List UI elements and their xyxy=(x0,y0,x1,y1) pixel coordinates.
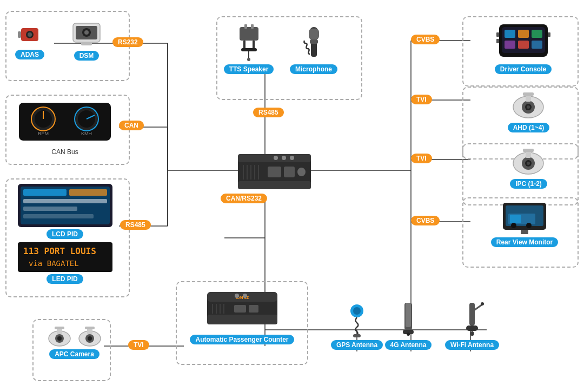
svg-rect-57 xyxy=(23,214,94,218)
svg-rect-63 xyxy=(253,41,255,49)
svg-rect-135 xyxy=(234,305,246,313)
svg-rect-97 xyxy=(548,32,550,37)
tts-speaker-icon xyxy=(231,24,267,62)
microphone-node: Microphone xyxy=(289,24,338,74)
svg-rect-67 xyxy=(244,24,247,29)
apc-cam1-icon xyxy=(47,324,72,347)
svg-rect-72 xyxy=(310,39,318,44)
apc-camera-node: APC Camera xyxy=(38,324,111,359)
driver-console-node: Driver Console xyxy=(470,22,576,74)
svg-rect-116 xyxy=(521,230,528,234)
ahd-node: AHD (1~4) xyxy=(487,91,570,132)
dvr-icon xyxy=(238,151,311,195)
svg-point-114 xyxy=(511,223,516,228)
led-pid-node: 113 PORT LOUIS via BAGATEL LED PID xyxy=(11,242,119,284)
cvbs-top-badge: CVBS xyxy=(411,34,440,44)
svg-rect-75 xyxy=(238,181,311,189)
ipc-label: IPC (1-2) xyxy=(510,179,547,189)
svg-point-148 xyxy=(481,302,484,305)
rear-monitor-label: Rear View Monitor xyxy=(491,237,558,247)
rear-monitor-icon xyxy=(500,200,549,235)
led-pid-label: LED PID xyxy=(47,274,83,284)
can-bus-icon: RPM KMH xyxy=(16,100,114,146)
svg-rect-121 xyxy=(55,327,64,329)
adas-label: ADAS xyxy=(15,50,44,59)
apc-unit-icon: Centz xyxy=(204,287,280,333)
svg-rect-54 xyxy=(69,189,107,196)
svg-text:113  PORT  LOUIS: 113 PORT LOUIS xyxy=(23,246,96,256)
ahd-label: AHD (1~4) xyxy=(508,123,550,132)
wifi-ant-label: Wi-Fi Antenna xyxy=(445,340,499,350)
svg-point-40 xyxy=(84,30,89,35)
tvi-top-badge: TVI xyxy=(411,94,432,104)
gps-ant-icon xyxy=(343,300,370,338)
svg-rect-96 xyxy=(496,39,499,43)
svg-rect-68 xyxy=(251,24,254,29)
svg-point-145 xyxy=(407,333,410,336)
svg-point-85 xyxy=(282,156,286,160)
svg-rect-64 xyxy=(241,48,257,51)
svg-rect-95 xyxy=(496,32,499,37)
svg-rect-90 xyxy=(518,30,529,38)
apc-label: Automatic Passenger Counter xyxy=(190,335,294,344)
can-bus-node: RPM KMH CAN Bus xyxy=(11,100,119,156)
led-pid-icon: 113 PORT LOUIS via BAGATEL xyxy=(18,242,112,272)
svg-rect-61 xyxy=(240,27,258,41)
svg-rect-149 xyxy=(466,325,478,331)
svg-rect-62 xyxy=(243,41,245,49)
svg-rect-81 xyxy=(268,167,281,177)
lcd-pid-label: LCD PID xyxy=(47,229,83,239)
svg-rect-83 xyxy=(297,168,306,176)
svg-rect-141 xyxy=(353,334,361,337)
svg-rect-41 xyxy=(81,42,92,45)
4g-ant-label: 4G Antenna xyxy=(385,340,432,350)
adas-node: ADAS xyxy=(11,22,49,59)
svg-point-66 xyxy=(247,58,250,61)
svg-rect-94 xyxy=(532,41,542,49)
tts-speaker-node: TTS Speaker xyxy=(224,24,273,74)
lcd-pid-icon xyxy=(18,184,112,227)
rs485-left-badge: RS485 xyxy=(120,220,151,229)
svg-rect-146 xyxy=(469,303,475,325)
svg-rect-53 xyxy=(23,189,67,196)
tts-speaker-label: TTS Speaker xyxy=(224,64,274,74)
4g-ant-icon xyxy=(400,300,416,338)
svg-point-124 xyxy=(88,336,92,341)
svg-point-140 xyxy=(353,307,361,315)
diagram: ADAS DSM RS232 RPM KMH CAN Bus xyxy=(0,0,584,392)
can-rs232-badge: CAN/RS232 xyxy=(221,193,267,203)
apc-camera-label: APC Camera xyxy=(49,349,99,359)
svg-rect-91 xyxy=(532,30,542,38)
wifi-ant-icon xyxy=(459,300,486,338)
dsm-label: DSM xyxy=(74,51,99,61)
svg-rect-70 xyxy=(309,29,319,39)
svg-point-107 xyxy=(527,162,530,165)
svg-point-101 xyxy=(527,105,530,109)
svg-rect-103 xyxy=(523,92,534,96)
ipc-icon xyxy=(511,147,546,177)
svg-text:RPM: RPM xyxy=(38,131,49,136)
svg-rect-126 xyxy=(85,327,95,329)
svg-rect-109 xyxy=(523,149,534,152)
svg-point-119 xyxy=(57,336,62,341)
microphone-label: Microphone xyxy=(290,64,337,74)
svg-rect-113 xyxy=(510,215,521,223)
tvi-apc-badge: TVI xyxy=(128,340,149,349)
rear-monitor-node: Rear View Monitor xyxy=(470,200,579,247)
4g-ant-node: 4G Antenna xyxy=(389,300,427,350)
rs485-center-badge: RS485 xyxy=(253,107,284,117)
svg-rect-82 xyxy=(284,167,295,177)
svg-rect-129 xyxy=(207,315,277,324)
apc-cam2-icon xyxy=(77,324,103,347)
svg-rect-143 xyxy=(406,303,411,327)
tvi-mid-badge: TVI xyxy=(411,153,432,163)
can-badge: CAN xyxy=(119,120,144,130)
adas-icon xyxy=(17,22,43,48)
wifi-ant-node: Wi-Fi Antenna xyxy=(448,300,496,350)
gps-ant-label: GPS Antenna xyxy=(331,340,383,350)
svg-point-84 xyxy=(274,156,278,160)
svg-point-115 xyxy=(526,223,532,228)
svg-text:KMH: KMH xyxy=(81,131,92,136)
svg-text:via  BAGATEL: via BAGATEL xyxy=(29,259,79,268)
gps-ant-node: GPS Antenna xyxy=(335,300,379,350)
